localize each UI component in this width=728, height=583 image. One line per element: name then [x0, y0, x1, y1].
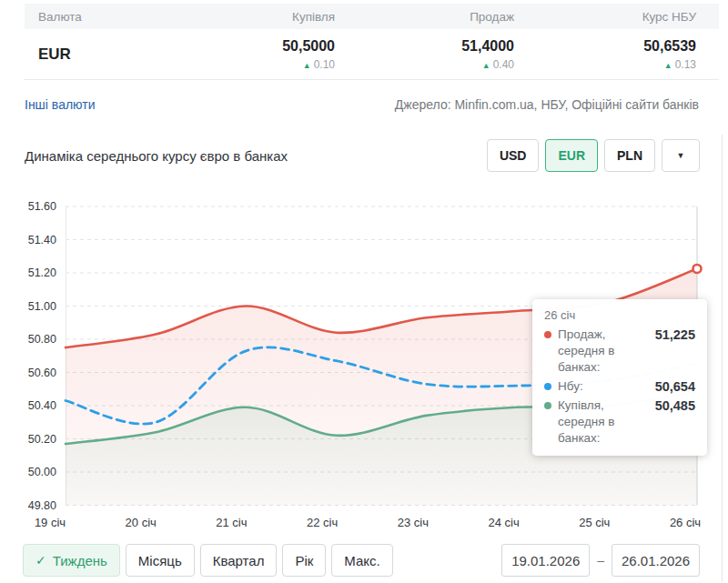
y-axis-label: 51.00 [28, 300, 56, 313]
y-axis-label: 50.20 [28, 433, 56, 446]
chart-controls: ✓Тиждень Місяць Квартал Рік Макс. – [23, 544, 700, 577]
column-header-buy: Купівля [175, 10, 335, 24]
period-year-button[interactable]: Рік [282, 544, 326, 577]
buy-series-dot-icon [544, 402, 551, 409]
nbu-series-dot-icon [544, 383, 551, 390]
x-axis-label: 19 січ [35, 516, 66, 529]
currency-code: EUR [25, 29, 175, 79]
x-axis-label: 22 січ [307, 516, 338, 529]
delta-up-icon: ▲ [303, 61, 311, 70]
currency-rates-page: Валюта Купівля Продаж Курс НБУ EUR 50,50… [0, 0, 728, 583]
x-axis-label: 26 січ [670, 516, 701, 529]
rates-table-header: Валюта Купівля Продаж Курс НБУ [25, 4, 719, 29]
chevron-down-icon: ▼ [677, 151, 685, 160]
tab-usd[interactable]: USD [487, 139, 540, 172]
rates-table: Валюта Купівля Продаж Курс НБУ EUR 50,50… [25, 4, 719, 80]
x-axis-label: 20 січ [126, 516, 157, 529]
y-axis-label: 49.80 [28, 499, 56, 512]
tooltip-label: Нбу: [558, 378, 651, 395]
currency-tabs: USD EUR PLN ▼ [487, 139, 700, 172]
tooltip-row-sell: Продаж, середня в банках: 51,225 [544, 327, 695, 376]
y-axis-label: 51.20 [28, 266, 56, 279]
period-max-button[interactable]: Макс. [331, 544, 392, 577]
buy-rate-value: 50,5000 [175, 37, 335, 55]
y-axis-label: 51.60 [28, 200, 56, 213]
tab-pln[interactable]: PLN [604, 139, 655, 172]
x-axis-label: 24 січ [488, 516, 519, 529]
tooltip-label: Продаж, середня в банках: [558, 327, 651, 376]
table-row-eur[interactable]: EUR 50,5000 ▲0.10 51,4000 ▲0.40 50,6539 … [25, 29, 719, 80]
period-week-button[interactable]: ✓Тиждень [23, 544, 120, 577]
sell-rate-value: 51,4000 [335, 37, 514, 55]
container-right-border [722, 135, 723, 582]
y-axis-label: 50.80 [28, 333, 56, 346]
series-end-marker [693, 265, 702, 273]
sell-rate-cell: 51,4000 ▲0.40 [335, 29, 514, 79]
date-from-input[interactable] [501, 544, 590, 577]
y-axis-label: 50.40 [28, 399, 56, 412]
chart-header: Динаміка середнього курсу євро в банках … [25, 139, 700, 172]
source-text: Джерело: Minfin.com.ua, НБУ, Офіційні са… [395, 97, 699, 112]
buy-rate-cell: 50,5000 ▲0.10 [175, 29, 335, 79]
y-axis-label: 50.60 [28, 367, 56, 379]
x-axis-label: 25 січ [579, 516, 610, 529]
nbu-rate-value: 50,6539 [514, 37, 696, 55]
sell-series-dot-icon [544, 331, 551, 338]
buy-rate-delta: ▲0.10 [175, 57, 335, 73]
tab-eur[interactable]: EUR [545, 139, 598, 172]
tooltip-value: 51,225 [651, 327, 695, 343]
column-header-currency: Валюта [25, 10, 175, 24]
column-header-sell: Продаж [335, 10, 514, 24]
date-range: – [501, 544, 700, 577]
period-month-button[interactable]: Місяць [126, 544, 195, 577]
nbu-rate-cell: 50,6539 ▲0.13 [514, 29, 696, 79]
y-axis-label: 50.00 [28, 466, 56, 478]
tooltip-row-buy: Купівля, середня в банках: 50,485 [544, 397, 695, 447]
links-row: Інші валюти Джерело: Minfin.com.ua, НБУ,… [25, 97, 699, 112]
tooltip-row-nbu: Нбу: 50,654 [544, 378, 695, 395]
other-currencies-link[interactable]: Інші валюти [25, 97, 96, 112]
nbu-rate-delta: ▲0.13 [514, 57, 696, 73]
period-quarter-button[interactable]: Квартал [200, 544, 278, 577]
date-range-separator: – [597, 553, 604, 568]
chart-title: Динаміка середнього курсу євро в банках [25, 148, 288, 164]
date-to-input[interactable] [612, 544, 700, 577]
chart-tooltip: 26 січ Продаж, середня в банках: 51,225 … [532, 299, 707, 456]
column-header-nbu: Курс НБУ [514, 10, 696, 24]
delta-up-icon: ▲ [482, 61, 490, 70]
period-buttons: ✓Тиждень Місяць Квартал Рік Макс. [23, 544, 393, 577]
delta-up-icon: ▲ [664, 61, 672, 70]
x-axis-label: 21 січ [216, 516, 247, 529]
tooltip-label: Купівля, середня в банках: [558, 397, 651, 447]
check-icon: ✓ [35, 553, 46, 568]
y-axis-label: 51.40 [28, 234, 56, 246]
tooltip-value: 50,485 [651, 397, 695, 414]
x-axis-label: 23 січ [398, 516, 429, 529]
tooltip-date: 26 січ [544, 307, 695, 324]
currency-dropdown-button[interactable]: ▼ [662, 139, 700, 172]
sell-rate-delta: ▲0.40 [335, 57, 514, 73]
tooltip-value: 50,654 [651, 378, 695, 395]
